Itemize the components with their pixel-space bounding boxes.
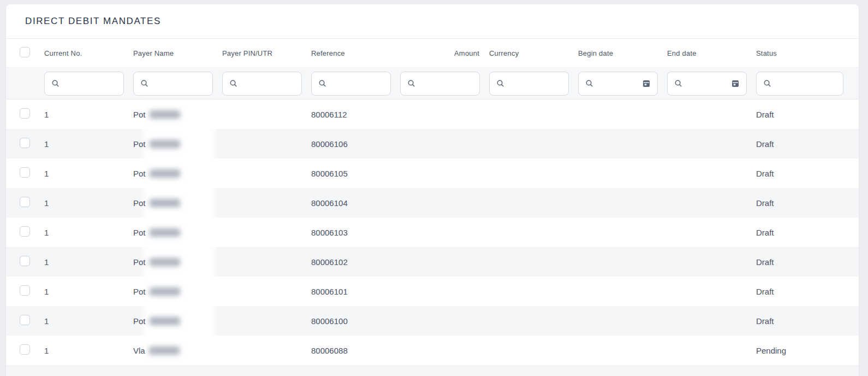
cell-payer_name: Pot (133, 169, 222, 178)
table-row: 1Vla80006088Pending (6, 336, 859, 365)
redacted-text (150, 228, 180, 237)
filter-status[interactable] (756, 72, 843, 96)
filter-current_no[interactable] (44, 72, 124, 96)
filter-payer_name[interactable] (133, 72, 213, 96)
row-select-cell (6, 226, 44, 239)
cell-current_no: 1 (44, 346, 133, 355)
payer-name-prefix: Pot (133, 139, 146, 149)
cell-current_no: 1 (44, 110, 133, 119)
payer-name-prefix: Pot (133, 169, 146, 178)
cell-payer_name: Pot (133, 139, 222, 149)
filter-payer_pin_utr[interactable] (222, 72, 302, 96)
table-row: 1Pot80006104Draft (6, 188, 859, 218)
filter-input-status[interactable] (776, 72, 836, 96)
cell-payer_name: Vla (133, 346, 222, 355)
filter-cell-status (756, 72, 859, 96)
filter-input-current_no[interactable] (64, 72, 117, 96)
payer-name-prefix: Pot (133, 316, 146, 326)
table-filter-row (6, 68, 859, 99)
cell-current_no: 1 (44, 169, 133, 178)
column-header-reference: Reference (311, 49, 400, 57)
filter-input-amount[interactable] (420, 72, 473, 96)
filter-input-reference[interactable] (331, 72, 384, 96)
filter-cell-reference (311, 72, 400, 96)
filter-input-begin_date[interactable] (598, 72, 642, 96)
filter-cell-current_no (44, 72, 133, 96)
row-checkbox[interactable] (20, 197, 30, 207)
cell-reference: 80006088 (311, 346, 400, 355)
row-checkbox[interactable] (20, 256, 30, 266)
filter-end_date[interactable] (667, 72, 747, 96)
table-row-partial (6, 365, 859, 376)
cell-status: Draft (756, 316, 859, 326)
row-select-cell (6, 197, 44, 209)
row-checkbox[interactable] (20, 108, 30, 119)
payer-name-prefix: Vla (133, 346, 145, 355)
filter-input-payer_pin_utr[interactable] (242, 72, 295, 96)
column-header-end_date: End date (667, 49, 756, 57)
cell-payer_name: Pot (133, 287, 222, 296)
page-title: DIRECT DEBIT MANDATES (25, 16, 161, 27)
search-icon (318, 79, 326, 87)
table-row: 1Pot80006102Draft (6, 247, 859, 277)
filter-amount[interactable] (400, 72, 480, 96)
row-select-cell (6, 285, 44, 298)
filter-currency[interactable] (489, 72, 569, 96)
table-row: 1Pot80006106Draft (6, 129, 859, 158)
row-checkbox[interactable] (20, 226, 30, 237)
filter-cell-end_date (667, 72, 756, 96)
table-row: 1Pot80006105Draft (6, 158, 859, 188)
table-row: 1Pot80006100Draft (6, 306, 859, 336)
redacted-text (149, 346, 180, 355)
row-checkbox[interactable] (20, 315, 30, 325)
calendar-icon[interactable] (731, 79, 740, 88)
row-checkbox[interactable] (20, 285, 30, 296)
filter-cell-payer_name (133, 72, 222, 96)
search-icon (229, 79, 237, 87)
column-header-payer_name: Payer Name (133, 49, 222, 57)
column-header-payer_pin_utr: Payer PIN/UTR (222, 49, 311, 57)
column-header-currency: Currency (489, 49, 578, 57)
redacted-text (150, 287, 180, 296)
filter-reference[interactable] (311, 72, 391, 96)
card-header: DIRECT DEBIT MANDATES (6, 4, 859, 39)
table-row: 1Pot80006101Draft (6, 277, 859, 306)
redacted-text (150, 110, 180, 119)
cell-payer_name: Pot (133, 316, 222, 326)
column-header-begin_date: Begin date (578, 49, 667, 57)
row-select-cell (6, 138, 44, 150)
cell-status: Draft (756, 198, 859, 208)
cell-reference: 80006112 (311, 110, 400, 119)
cell-current_no: 1 (44, 139, 133, 149)
cell-payer_name: Pot (133, 228, 222, 237)
cell-current_no: 1 (44, 257, 133, 267)
redacted-text (150, 258, 180, 266)
select-all-checkbox[interactable] (20, 47, 30, 57)
filter-input-payer_name[interactable] (153, 72, 206, 96)
filter-begin_date[interactable] (578, 72, 658, 96)
search-icon (763, 79, 771, 87)
calendar-icon[interactable] (642, 79, 651, 88)
row-checkbox[interactable] (20, 344, 30, 355)
row-checkbox[interactable] (20, 167, 30, 178)
payer-name-prefix: Pot (133, 110, 146, 119)
filter-input-currency[interactable] (509, 72, 562, 96)
redacted-text (150, 169, 180, 178)
payer-name-prefix: Pot (133, 228, 146, 237)
cell-reference: 80006102 (311, 257, 400, 267)
filter-input-end_date[interactable] (687, 72, 731, 96)
search-icon (496, 79, 504, 87)
cell-reference: 80006100 (311, 316, 400, 326)
table-row: 1Pot80006112Draft (6, 99, 859, 129)
cell-current_no: 1 (44, 287, 133, 296)
row-checkbox[interactable] (20, 138, 30, 148)
column-header-status: Status (756, 49, 859, 57)
cell-status: Draft (756, 287, 859, 296)
row-select-cell (6, 344, 44, 357)
cell-status: Draft (756, 169, 859, 178)
payer-name-prefix: Pot (133, 287, 146, 296)
cell-current_no: 1 (44, 316, 133, 326)
search-icon (585, 79, 593, 87)
cell-status: Draft (756, 139, 859, 149)
row-select-cell (6, 256, 44, 268)
